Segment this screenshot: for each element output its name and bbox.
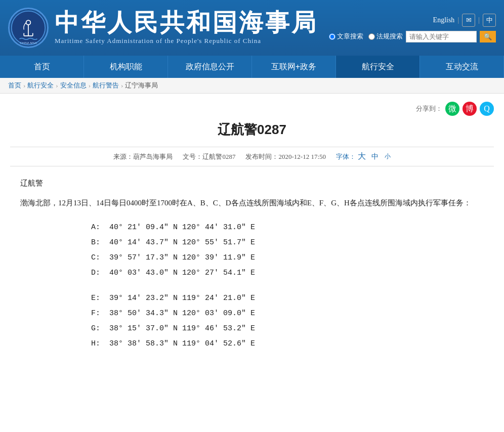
coord-E: E: 39° 14′ 23.2″ N 119° 24′ 21.0″ E (91, 291, 484, 306)
search-button[interactable]: 🔍 (480, 31, 496, 42)
cn-icon[interactable]: 中 (483, 14, 496, 27)
coords-group2: E: 39° 14′ 23.2″ N 119° 24′ 21.0″ E F: 3… (91, 291, 484, 352)
search-row: 文章搜索 法规搜索 🔍 (329, 31, 496, 42)
main-nav: 首页 机构职能 政府信息公开 互联网+政务 航行安全 互动交流 (0, 56, 504, 78)
breadcrumb-home[interactable]: 首页 (8, 81, 21, 90)
coord-G: G: 38° 15′ 37.0″ N 119° 46′ 53.2″ E (91, 321, 484, 336)
nav-interact[interactable]: 互动交流 (420, 56, 504, 78)
radio-law[interactable]: 法规搜索 (368, 32, 403, 41)
docno-label: 文号：辽航警0287 (183, 152, 235, 161)
qq-share-button[interactable]: Q (480, 102, 494, 116)
sep2: › (56, 81, 58, 90)
sep1: › (23, 81, 25, 90)
nav-home[interactable]: 首页 (0, 56, 84, 78)
article-title: 辽航警0287 (10, 121, 494, 139)
source-label: 来源：葫芦岛海事局 (113, 152, 173, 161)
article-meta: 来源：葫芦岛海事局 文号：辽航警0287 发布时间：2020-12-12 17:… (10, 147, 494, 166)
nav-info[interactable]: 政府信息公开 (168, 56, 252, 78)
font-size-control: 字体： 大 中 小 (336, 151, 391, 162)
font-large[interactable]: 大 (358, 151, 366, 162)
publish-label: 发布时间：2020-12-12 17:50 (245, 152, 326, 161)
font-medium[interactable]: 中 (371, 152, 379, 161)
weibo-share-button[interactable]: 博 (463, 102, 477, 116)
sub-title: Maritime Safety Administration of the Pe… (55, 37, 318, 45)
logo-text-block: 中华人民共和国海事局 Maritime Safety Administratio… (55, 11, 318, 45)
article-body: 辽航警 渤海北部，12月13日、14日每日0400时至1700时在A、B、C、D… (10, 177, 494, 352)
wechat-share-button[interactable]: 微 (445, 102, 459, 116)
breadcrumb-safetyinfo[interactable]: 安全信息 (60, 81, 87, 90)
content: 分享到： 微 博 Q 辽航警0287 来源：葫芦岛海事局 文号：辽航警0287 … (0, 94, 504, 397)
sep4: › (121, 81, 123, 90)
sep3: › (89, 81, 91, 90)
breadcrumb-safety[interactable]: 航行安全 (27, 81, 54, 90)
svg-text:CHINA MSA: CHINA MSA (20, 41, 37, 45)
coord-A: A: 40° 21′ 09.4″ N 120° 44′ 31.0″ E (91, 220, 484, 235)
header-right: English | ✉ | 中 文章搜索 法规搜索 🔍 (329, 14, 496, 42)
divider2: | (478, 16, 480, 24)
coords-group1: A: 40° 21′ 09.4″ N 120° 44′ 31.0″ E B: 4… (91, 220, 484, 281)
coord-F: F: 38° 50′ 34.3″ N 120° 03′ 09.0″ E (91, 306, 484, 321)
main-title: 中华人民共和国海事局 (55, 11, 318, 35)
share-bar: 分享到： 微 博 Q (10, 102, 494, 116)
search-type-group: 文章搜索 法规搜索 (329, 32, 403, 41)
coord-D: D: 40° 03′ 43.0″ N 120° 27′ 54.1″ E (91, 266, 484, 281)
coord-B: B: 40° 14′ 43.7″ N 120° 55′ 51.7″ E (91, 235, 484, 250)
nav-internet[interactable]: 互联网+政务 (252, 56, 336, 78)
header-left: CHINA MSA 中华人民共和国海事局 Maritime Safety Adm… (8, 8, 318, 48)
search-input[interactable] (406, 31, 477, 42)
coord-C: C: 39° 57′ 17.3″ N 120° 39′ 11.9″ E (91, 250, 484, 266)
coord-H: H: 38° 38′ 58.3″ N 119° 04′ 52.6″ E (91, 336, 484, 352)
breadcrumb-current: 辽宁海事局 (125, 81, 158, 90)
nav-safety[interactable]: 航行安全 (336, 56, 420, 78)
top-links: English | ✉ | 中 (433, 14, 496, 27)
breadcrumb: 首页 › 航行安全 › 安全信息 › 航行警告 › 辽宁海事局 (0, 78, 504, 94)
divider1: | (457, 16, 459, 24)
font-small[interactable]: 小 (385, 152, 391, 161)
breadcrumb-navwarning[interactable]: 航行警告 (93, 81, 119, 90)
article-main-text: 渤海北部，12月13日、14日每日0400时至1700时在A、B、C、D各点连线… (20, 196, 484, 210)
article-intro: 辽航警 (20, 177, 484, 190)
share-label: 分享到： (416, 104, 442, 113)
radio-article[interactable]: 文章搜索 (329, 32, 363, 41)
email-icon[interactable]: ✉ (462, 14, 475, 27)
header: CHINA MSA 中华人民共和国海事局 Maritime Safety Adm… (0, 0, 504, 56)
nav-org[interactable]: 机构职能 (84, 56, 168, 78)
english-link[interactable]: English (433, 16, 455, 24)
logo-icon: CHINA MSA (8, 8, 49, 48)
